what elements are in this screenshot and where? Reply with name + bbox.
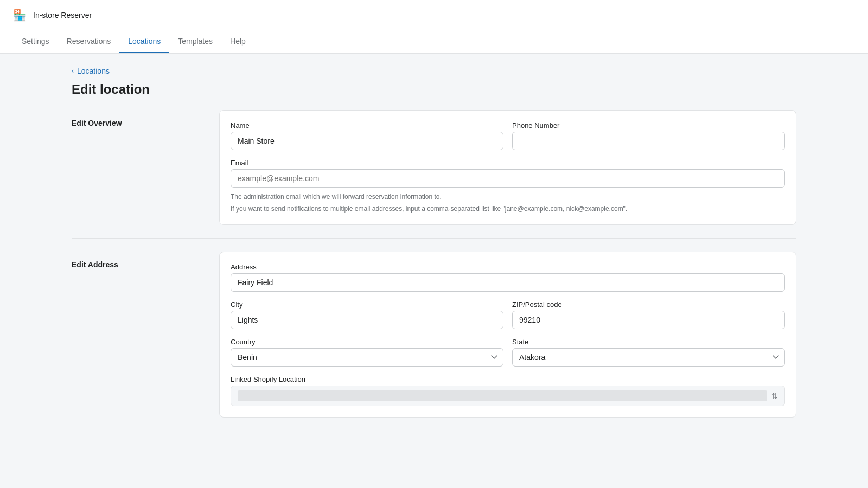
nav-item-reservations[interactable]: Reservations bbox=[58, 30, 120, 53]
phone-group: Phone Number bbox=[512, 121, 785, 150]
name-input[interactable] bbox=[231, 132, 503, 150]
city-zip-row: City ZIP/Postal code bbox=[231, 300, 785, 329]
breadcrumb[interactable]: ‹ Locations bbox=[72, 67, 796, 75]
nav-item-help[interactable]: Help bbox=[221, 30, 254, 53]
linked-shopify-label: Linked Shopify Location bbox=[231, 375, 785, 383]
city-label: City bbox=[231, 300, 503, 309]
name-group: Name bbox=[231, 121, 503, 150]
nav-item-settings[interactable]: Settings bbox=[13, 30, 58, 53]
app-header: 🏪 In-store Reserver bbox=[0, 0, 868, 30]
app-title: In-store Reserver bbox=[33, 11, 92, 20]
nav-bar: Settings Reservations Locations Template… bbox=[0, 30, 868, 54]
back-arrow-icon: ‹ bbox=[72, 67, 74, 75]
breadcrumb-label[interactable]: Locations bbox=[77, 67, 110, 75]
country-label: Country bbox=[231, 338, 503, 346]
email-hint1: The administration email which we will f… bbox=[231, 192, 785, 202]
linked-shopify-group: Linked Shopify Location ⇅ bbox=[231, 375, 785, 406]
edit-address-card: Address City ZIP/Postal code Country bbox=[219, 252, 796, 418]
edit-address-label: Edit Address bbox=[72, 252, 202, 418]
phone-label: Phone Number bbox=[512, 121, 785, 130]
address-group: Address bbox=[231, 263, 785, 292]
app-logo-icon: 🏪 bbox=[13, 9, 27, 22]
email-hint2: If you want to send notifications to mul… bbox=[231, 204, 785, 214]
city-input[interactable] bbox=[231, 311, 503, 329]
country-select[interactable]: Benin bbox=[231, 348, 503, 367]
phone-input[interactable] bbox=[512, 132, 785, 150]
section-divider bbox=[72, 238, 796, 239]
address-input[interactable] bbox=[231, 273, 785, 292]
nav-item-locations[interactable]: Locations bbox=[119, 30, 169, 53]
email-input[interactable] bbox=[231, 169, 785, 188]
edit-address-section: Edit Address Address City ZIP/Postal cod… bbox=[72, 252, 796, 418]
linked-shopify-inner bbox=[238, 390, 767, 401]
name-phone-row: Name Phone Number bbox=[231, 121, 785, 150]
country-group: Country Benin bbox=[231, 338, 503, 367]
email-group: Email bbox=[231, 159, 785, 188]
state-group: State Atakora bbox=[512, 338, 785, 367]
zip-label: ZIP/Postal code bbox=[512, 300, 785, 309]
city-group: City bbox=[231, 300, 503, 329]
state-select[interactable]: Atakora bbox=[512, 348, 785, 367]
nav-item-templates[interactable]: Templates bbox=[169, 30, 221, 53]
state-label: State bbox=[512, 338, 785, 346]
zip-input[interactable] bbox=[512, 311, 785, 329]
page-title: Edit location bbox=[72, 82, 796, 97]
country-state-row: Country Benin State Atakora bbox=[231, 338, 785, 367]
name-label: Name bbox=[231, 121, 503, 130]
linked-shopify-arrow-icon: ⇅ bbox=[771, 391, 778, 400]
edit-overview-card: Name Phone Number Email The administrati… bbox=[219, 110, 796, 225]
zip-group: ZIP/Postal code bbox=[512, 300, 785, 329]
edit-overview-label: Edit Overview bbox=[72, 110, 202, 225]
page-content: ‹ Locations Edit location Edit Overview … bbox=[54, 54, 814, 431]
edit-address-heading: Edit Address bbox=[72, 260, 202, 269]
edit-overview-heading: Edit Overview bbox=[72, 119, 202, 127]
linked-shopify-select[interactable]: ⇅ bbox=[231, 386, 785, 406]
edit-overview-section: Edit Overview Name Phone Number Email Th… bbox=[72, 110, 796, 225]
address-label: Address bbox=[231, 263, 785, 271]
email-label: Email bbox=[231, 159, 785, 167]
